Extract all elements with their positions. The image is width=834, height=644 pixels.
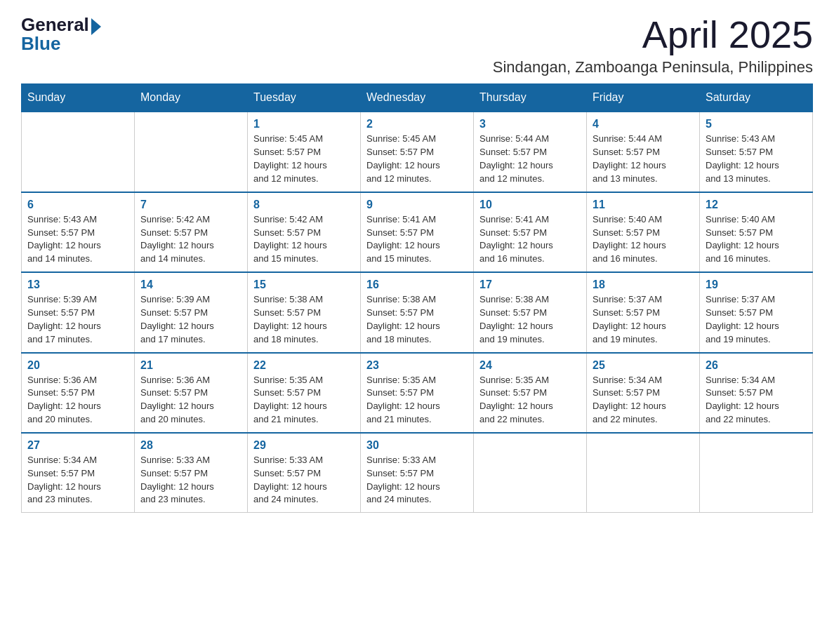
calendar-cell: 3Sunrise: 5:44 AM Sunset: 5:57 PM Daylig… xyxy=(474,112,587,192)
day-info: Sunrise: 5:43 AM Sunset: 5:57 PM Dayligh… xyxy=(27,213,128,266)
calendar-week-row: 1Sunrise: 5:45 AM Sunset: 5:57 PM Daylig… xyxy=(22,112,813,192)
calendar-cell xyxy=(135,112,248,192)
calendar-cell: 7Sunrise: 5:42 AM Sunset: 5:57 PM Daylig… xyxy=(135,192,248,272)
day-number: 12 xyxy=(706,199,807,211)
day-number: 14 xyxy=(140,279,241,291)
day-info: Sunrise: 5:42 AM Sunset: 5:57 PM Dayligh… xyxy=(140,213,241,266)
calendar-week-row: 20Sunrise: 5:36 AM Sunset: 5:57 PM Dayli… xyxy=(22,353,813,433)
day-number: 7 xyxy=(140,199,241,211)
calendar-cell: 26Sunrise: 5:34 AM Sunset: 5:57 PM Dayli… xyxy=(700,353,813,433)
day-number: 30 xyxy=(366,439,468,452)
day-info: Sunrise: 5:36 AM Sunset: 5:57 PM Dayligh… xyxy=(27,374,128,427)
calendar-cell xyxy=(474,433,587,513)
calendar-header-monday: Monday xyxy=(135,84,248,112)
day-number: 6 xyxy=(27,199,128,211)
location-title: Sindangan, Zamboanga Peninsula, Philippi… xyxy=(493,58,813,76)
day-number: 19 xyxy=(706,279,807,291)
calendar-cell: 4Sunrise: 5:44 AM Sunset: 5:57 PM Daylig… xyxy=(587,112,700,192)
day-info: Sunrise: 5:45 AM Sunset: 5:57 PM Dayligh… xyxy=(366,133,468,185)
calendar-cell: 22Sunrise: 5:35 AM Sunset: 5:57 PM Dayli… xyxy=(248,353,361,433)
calendar-cell: 8Sunrise: 5:42 AM Sunset: 5:57 PM Daylig… xyxy=(248,192,361,272)
day-info: Sunrise: 5:41 AM Sunset: 5:57 PM Dayligh… xyxy=(479,213,581,266)
day-info: Sunrise: 5:34 AM Sunset: 5:57 PM Dayligh… xyxy=(27,454,128,507)
logo-arrow-icon xyxy=(91,18,101,35)
calendar-cell: 15Sunrise: 5:38 AM Sunset: 5:57 PM Dayli… xyxy=(248,272,361,352)
day-info: Sunrise: 5:33 AM Sunset: 5:57 PM Dayligh… xyxy=(253,454,355,507)
calendar-header-saturday: Saturday xyxy=(700,84,813,112)
day-number: 4 xyxy=(593,118,694,130)
day-info: Sunrise: 5:33 AM Sunset: 5:57 PM Dayligh… xyxy=(140,454,241,507)
day-number: 21 xyxy=(140,359,241,372)
calendar-cell: 23Sunrise: 5:35 AM Sunset: 5:57 PM Dayli… xyxy=(361,353,474,433)
calendar-cell: 18Sunrise: 5:37 AM Sunset: 5:57 PM Dayli… xyxy=(587,272,700,352)
day-number: 25 xyxy=(593,359,694,372)
day-info: Sunrise: 5:38 AM Sunset: 5:57 PM Dayligh… xyxy=(253,293,355,346)
day-number: 17 xyxy=(479,279,581,291)
calendar-cell: 30Sunrise: 5:33 AM Sunset: 5:57 PM Dayli… xyxy=(361,433,474,513)
day-info: Sunrise: 5:42 AM Sunset: 5:57 PM Dayligh… xyxy=(253,213,355,266)
day-info: Sunrise: 5:38 AM Sunset: 5:57 PM Dayligh… xyxy=(479,293,581,346)
day-number: 3 xyxy=(479,118,581,130)
calendar-header-wednesday: Wednesday xyxy=(361,84,474,112)
calendar-cell: 6Sunrise: 5:43 AM Sunset: 5:57 PM Daylig… xyxy=(22,192,135,272)
day-number: 2 xyxy=(366,118,468,130)
day-info: Sunrise: 5:40 AM Sunset: 5:57 PM Dayligh… xyxy=(706,213,807,266)
day-info: Sunrise: 5:38 AM Sunset: 5:57 PM Dayligh… xyxy=(366,293,468,346)
day-number: 24 xyxy=(479,359,581,372)
day-info: Sunrise: 5:44 AM Sunset: 5:57 PM Dayligh… xyxy=(479,133,581,185)
calendar-cell: 29Sunrise: 5:33 AM Sunset: 5:57 PM Dayli… xyxy=(248,433,361,513)
calendar-cell: 24Sunrise: 5:35 AM Sunset: 5:57 PM Dayli… xyxy=(474,353,587,433)
day-info: Sunrise: 5:34 AM Sunset: 5:57 PM Dayligh… xyxy=(593,374,694,427)
logo: General Blue xyxy=(21,14,102,55)
logo-blue-line2: Blue xyxy=(21,33,60,55)
day-info: Sunrise: 5:35 AM Sunset: 5:57 PM Dayligh… xyxy=(479,374,581,427)
day-number: 9 xyxy=(366,199,468,211)
calendar-cell: 10Sunrise: 5:41 AM Sunset: 5:57 PM Dayli… xyxy=(474,192,587,272)
calendar-table: SundayMondayTuesdayWednesdayThursdayFrid… xyxy=(21,83,813,513)
calendar-week-row: 13Sunrise: 5:39 AM Sunset: 5:57 PM Dayli… xyxy=(22,272,813,352)
calendar-header-thursday: Thursday xyxy=(474,84,587,112)
calendar-cell: 14Sunrise: 5:39 AM Sunset: 5:57 PM Dayli… xyxy=(135,272,248,352)
calendar-cell: 19Sunrise: 5:37 AM Sunset: 5:57 PM Dayli… xyxy=(700,272,813,352)
day-info: Sunrise: 5:39 AM Sunset: 5:57 PM Dayligh… xyxy=(140,293,241,346)
day-info: Sunrise: 5:40 AM Sunset: 5:57 PM Dayligh… xyxy=(593,213,694,266)
day-number: 8 xyxy=(253,199,355,211)
day-info: Sunrise: 5:37 AM Sunset: 5:57 PM Dayligh… xyxy=(593,293,694,346)
day-number: 18 xyxy=(593,279,694,291)
calendar-week-row: 6Sunrise: 5:43 AM Sunset: 5:57 PM Daylig… xyxy=(22,192,813,272)
calendar-cell: 2Sunrise: 5:45 AM Sunset: 5:57 PM Daylig… xyxy=(361,112,474,192)
calendar-cell: 9Sunrise: 5:41 AM Sunset: 5:57 PM Daylig… xyxy=(361,192,474,272)
calendar-cell: 5Sunrise: 5:43 AM Sunset: 5:57 PM Daylig… xyxy=(700,112,813,192)
calendar-cell: 27Sunrise: 5:34 AM Sunset: 5:57 PM Dayli… xyxy=(22,433,135,513)
calendar-cell: 12Sunrise: 5:40 AM Sunset: 5:57 PM Dayli… xyxy=(700,192,813,272)
calendar-cell xyxy=(700,433,813,513)
day-info: Sunrise: 5:36 AM Sunset: 5:57 PM Dayligh… xyxy=(140,374,241,427)
day-info: Sunrise: 5:41 AM Sunset: 5:57 PM Dayligh… xyxy=(366,213,468,266)
calendar-header-tuesday: Tuesday xyxy=(248,84,361,112)
day-number: 13 xyxy=(27,279,128,291)
day-info: Sunrise: 5:35 AM Sunset: 5:57 PM Dayligh… xyxy=(253,374,355,427)
day-number: 22 xyxy=(253,359,355,372)
day-number: 29 xyxy=(253,439,355,452)
calendar-cell: 11Sunrise: 5:40 AM Sunset: 5:57 PM Dayli… xyxy=(587,192,700,272)
title-area: April 2025 Sindangan, Zamboanga Peninsul… xyxy=(493,14,813,76)
day-number: 11 xyxy=(593,199,694,211)
day-info: Sunrise: 5:34 AM Sunset: 5:57 PM Dayligh… xyxy=(706,374,807,427)
calendar-cell: 13Sunrise: 5:39 AM Sunset: 5:57 PM Dayli… xyxy=(22,272,135,352)
day-info: Sunrise: 5:37 AM Sunset: 5:57 PM Dayligh… xyxy=(706,293,807,346)
day-info: Sunrise: 5:45 AM Sunset: 5:57 PM Dayligh… xyxy=(253,133,355,185)
day-number: 15 xyxy=(253,279,355,291)
calendar-cell: 1Sunrise: 5:45 AM Sunset: 5:57 PM Daylig… xyxy=(248,112,361,192)
month-title: April 2025 xyxy=(493,14,813,55)
calendar-header-friday: Friday xyxy=(587,84,700,112)
day-number: 26 xyxy=(706,359,807,372)
day-info: Sunrise: 5:35 AM Sunset: 5:57 PM Dayligh… xyxy=(366,374,468,427)
calendar-header-row: SundayMondayTuesdayWednesdayThursdayFrid… xyxy=(22,84,813,112)
calendar-header-sunday: Sunday xyxy=(22,84,135,112)
calendar-cell: 16Sunrise: 5:38 AM Sunset: 5:57 PM Dayli… xyxy=(361,272,474,352)
calendar-cell: 17Sunrise: 5:38 AM Sunset: 5:57 PM Dayli… xyxy=(474,272,587,352)
day-number: 27 xyxy=(27,439,128,452)
day-number: 5 xyxy=(706,118,807,130)
day-info: Sunrise: 5:44 AM Sunset: 5:57 PM Dayligh… xyxy=(593,133,694,185)
day-number: 20 xyxy=(27,359,128,372)
